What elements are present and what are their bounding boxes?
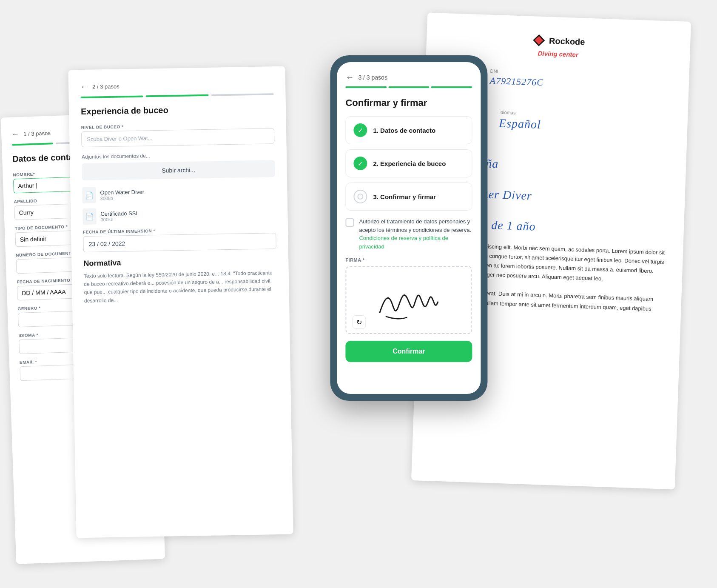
phone-content: ← 3 / 3 pasos Confirmar y firmar ✓ 1. Da… <box>337 62 481 372</box>
brand-icon <box>532 33 546 47</box>
svg-marker-1 <box>535 36 543 45</box>
phone-back-arrow[interactable]: ← <box>345 72 354 82</box>
step1-item-label: 1. Datos de contacto <box>373 127 435 134</box>
file-info-1: Open Water Diver 300kb <box>100 188 144 201</box>
phone-step-label: 3 / 3 pasos <box>358 74 387 81</box>
nivel-placeholder: Scuba Diver o Open Wat... <box>87 135 152 143</box>
fecha-input[interactable]: 23 / 02 / 2022 <box>83 233 276 252</box>
dni-label: DNI <box>490 69 543 75</box>
file-item-1: 📄 Open Water Diver 300kb <box>82 184 276 203</box>
step2-label: 2 / 3 pasos <box>92 83 120 90</box>
normativa-text: Texto solo lectura. Según la ley 550/202… <box>84 269 277 305</box>
brand-name: Rockode <box>549 36 585 47</box>
normativa-title: Normativa <box>83 256 276 268</box>
brand-subtitle: Diving center <box>538 50 578 58</box>
step-item-2: ✓ 2. Experiencia de buceo <box>345 149 472 177</box>
step1-check-icon: ✓ <box>353 123 367 137</box>
file-icon-2: 📄 <box>83 208 97 225</box>
firma-refresh-button[interactable]: ↻ <box>352 315 366 329</box>
dni-value: A79215276C <box>489 75 543 88</box>
step-item-1: ✓ 1. Datos de contacto <box>345 116 472 144</box>
idiomas-value: Español <box>499 117 541 131</box>
phone-mockup: ← 3 / 3 pasos Confirmar y firmar ✓ 1. Da… <box>330 55 487 401</box>
step3-pending-icon <box>353 190 367 203</box>
step3-item-label: 3. Confirmar y firmar <box>373 193 436 200</box>
step2-number: 2. <box>373 160 380 167</box>
confirm-button[interactable]: Confirmar <box>345 341 472 362</box>
step2-panel: ← 2 / 3 pasos Experiencia de buceo NIVEL… <box>68 66 293 538</box>
step2-back-arrow[interactable]: ← <box>80 83 88 91</box>
step2-title: Experiencia de buceo <box>81 103 274 117</box>
phone-progress-1 <box>345 86 387 88</box>
file-icon-1: 📄 <box>82 187 96 203</box>
nivel-select[interactable]: Scuba Diver o Open Wat... <box>81 128 275 147</box>
step2-check-icon: ✓ <box>353 157 367 170</box>
file-name-2: Certificado SSI <box>100 210 137 217</box>
phone-step-nav: ← 3 / 3 pasos <box>345 72 472 82</box>
auth-link[interactable]: Condiciones de reserva y política de pri… <box>359 235 448 250</box>
phone-title: Confirmar y firmar <box>345 97 472 108</box>
file-size-2: 300kb <box>100 216 137 222</box>
phone-progress-bars <box>345 86 472 88</box>
phone-progress-2 <box>388 86 430 88</box>
step2-progress-bar-2 <box>146 94 208 97</box>
step2-progress-bar-3 <box>211 93 273 96</box>
step1-label: 1 / 3 pasos <box>23 130 51 137</box>
file-item-2: 📄 Certificado SSI 300kb <box>83 205 276 225</box>
auth-container: Autorizo el tratamiento de datos persona… <box>345 217 472 251</box>
step1-number: 1. <box>373 127 380 134</box>
idiomas-field: Idiomas Español <box>499 110 541 131</box>
step3-number: 3. <box>373 193 380 200</box>
step2-progress <box>81 93 274 98</box>
firma-label: FIRMA * <box>345 257 472 263</box>
step2-nav: ← 2 / 3 pasos <box>80 79 273 91</box>
fecha-value: 23 / 02 / 2022 <box>88 240 125 247</box>
idiomas-label: Idiomas <box>499 110 541 116</box>
step2-item-label: 2. Experiencia de buceo <box>373 160 446 167</box>
progress-bar-1 <box>12 143 53 146</box>
upload-button[interactable]: Subir archi... <box>82 160 275 180</box>
refresh-icon: ↻ <box>356 318 362 326</box>
phone-progress-3 <box>431 86 472 88</box>
step1-back-arrow[interactable]: ← <box>11 130 20 139</box>
step2-progress-bar-1 <box>81 95 143 98</box>
file-name-1: Open Water Diver <box>100 188 144 196</box>
dni-field: DNI A79215276C <box>489 69 544 91</box>
file-info-2: Certificado SSI 300kb <box>100 210 137 222</box>
auth-checkbox[interactable] <box>345 218 354 227</box>
phone-screen: ← 3 / 3 pasos Confirmar y firmar ✓ 1. Da… <box>337 62 481 394</box>
auth-text: Autorizo el tratamiento de datos persona… <box>359 217 472 251</box>
step-item-3: 3. Confirmar y firmar <box>345 183 472 211</box>
upload-instruction: Adjuntos los documentos de... <box>82 151 275 160</box>
firma-box[interactable]: ↻ <box>345 266 472 334</box>
file-size-1: 300kb <box>100 195 145 201</box>
